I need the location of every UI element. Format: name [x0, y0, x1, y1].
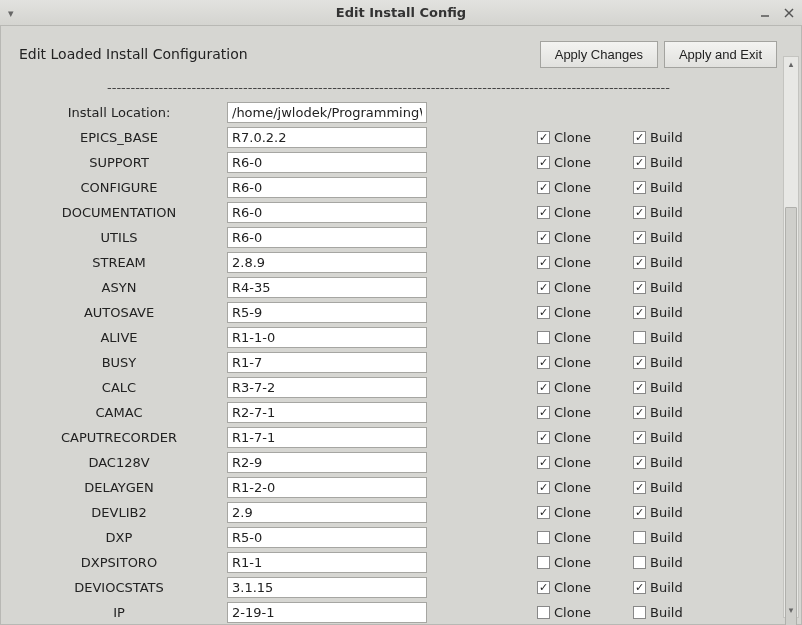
window-titlebar: ▾ Edit Install Config [0, 0, 802, 26]
clone-checkbox[interactable] [537, 331, 550, 344]
build-checkbox[interactable]: ✓ [633, 481, 646, 494]
build-label: Build [650, 480, 683, 495]
clone-checkbox[interactable]: ✓ [537, 306, 550, 319]
clone-checkbox[interactable] [537, 556, 550, 569]
config-value-input[interactable] [227, 377, 427, 398]
config-value-input[interactable] [227, 427, 427, 448]
clone-checkbox-wrap: ✓Clone [537, 230, 617, 245]
clone-checkbox[interactable] [537, 606, 550, 619]
build-checkbox[interactable]: ✓ [633, 231, 646, 244]
clone-checkbox-wrap: Clone [537, 530, 617, 545]
build-checkbox-wrap: Build [633, 530, 713, 545]
build-checkbox[interactable]: ✓ [633, 281, 646, 294]
config-row: UTILS✓Clone✓Build [17, 225, 777, 250]
build-checkbox[interactable]: ✓ [633, 381, 646, 394]
clone-checkbox[interactable]: ✓ [537, 481, 550, 494]
build-checkbox[interactable]: ✓ [633, 581, 646, 594]
build-label: Build [650, 580, 683, 595]
build-checkbox[interactable] [633, 606, 646, 619]
clone-checkbox[interactable]: ✓ [537, 206, 550, 219]
build-checkbox[interactable]: ✓ [633, 506, 646, 519]
config-value-input[interactable] [227, 602, 427, 623]
build-checkbox[interactable]: ✓ [633, 156, 646, 169]
config-row: CONFIGURE✓Clone✓Build [17, 175, 777, 200]
config-value-input[interactable] [227, 177, 427, 198]
build-checkbox[interactable]: ✓ [633, 206, 646, 219]
build-checkbox[interactable]: ✓ [633, 356, 646, 369]
config-row: SUPPORT✓Clone✓Build [17, 150, 777, 175]
build-checkbox[interactable]: ✓ [633, 431, 646, 444]
clone-checkbox[interactable] [537, 531, 550, 544]
build-checkbox[interactable]: ✓ [633, 456, 646, 469]
scrollbar-thumb[interactable] [785, 207, 797, 625]
config-value-input[interactable] [227, 252, 427, 273]
scrollbar-up-icon[interactable]: ▴ [784, 57, 798, 71]
clone-checkbox[interactable]: ✓ [537, 181, 550, 194]
apply-and-exit-button[interactable]: Apply and Exit [664, 41, 777, 68]
install-location-input[interactable] [227, 102, 427, 123]
header-label: Edit Loaded Install Configuration [17, 46, 540, 62]
build-checkbox[interactable]: ✓ [633, 131, 646, 144]
clone-label: Clone [554, 280, 591, 295]
build-checkbox[interactable]: ✓ [633, 256, 646, 269]
clone-checkbox[interactable]: ✓ [537, 406, 550, 419]
config-value-input[interactable] [227, 552, 427, 573]
clone-checkbox[interactable]: ✓ [537, 356, 550, 369]
build-checkbox-wrap: ✓Build [633, 405, 713, 420]
clone-checkbox-wrap: ✓Clone [537, 255, 617, 270]
clone-checkbox[interactable]: ✓ [537, 131, 550, 144]
clone-checkbox[interactable]: ✓ [537, 281, 550, 294]
clone-checkbox-wrap: ✓Clone [537, 305, 617, 320]
config-value-input[interactable] [227, 152, 427, 173]
build-checkbox[interactable] [633, 556, 646, 569]
build-checkbox[interactable] [633, 531, 646, 544]
client-area: Edit Loaded Install Configuration Apply … [0, 26, 802, 625]
clone-checkbox[interactable]: ✓ [537, 431, 550, 444]
clone-checkbox[interactable]: ✓ [537, 381, 550, 394]
window-menu-icon[interactable]: ▾ [8, 0, 14, 26]
config-value-input[interactable] [227, 452, 427, 473]
apply-changes-button[interactable]: Apply Changes [540, 41, 658, 68]
config-value-input[interactable] [227, 277, 427, 298]
clone-checkbox[interactable]: ✓ [537, 506, 550, 519]
clone-checkbox-wrap: ✓Clone [537, 180, 617, 195]
build-label: Build [650, 405, 683, 420]
config-value-input[interactable] [227, 202, 427, 223]
clone-checkbox-wrap: ✓Clone [537, 280, 617, 295]
config-value-input[interactable] [227, 327, 427, 348]
window-minimize-icon[interactable] [758, 6, 772, 20]
clone-checkbox[interactable]: ✓ [537, 456, 550, 469]
config-value-input[interactable] [227, 502, 427, 523]
config-value-input[interactable] [227, 227, 427, 248]
clone-checkbox-wrap: ✓Clone [537, 405, 617, 420]
clone-checkbox[interactable]: ✓ [537, 256, 550, 269]
config-value-input[interactable] [227, 577, 427, 598]
config-value-input[interactable] [227, 352, 427, 373]
build-checkbox[interactable] [633, 331, 646, 344]
config-value-input[interactable] [227, 127, 427, 148]
config-value-input[interactable] [227, 402, 427, 423]
build-checkbox-wrap: ✓Build [633, 255, 713, 270]
build-label: Build [650, 355, 683, 370]
clone-checkbox-wrap: Clone [537, 555, 617, 570]
config-value-input[interactable] [227, 302, 427, 323]
config-label: UTILS [17, 230, 227, 245]
clone-label: Clone [554, 480, 591, 495]
config-label: EPICS_BASE [17, 130, 227, 145]
clone-checkbox[interactable]: ✓ [537, 231, 550, 244]
build-label: Build [650, 555, 683, 570]
vertical-scrollbar[interactable]: ▴ ▾ [783, 56, 799, 618]
build-label: Build [650, 505, 683, 520]
config-value-input[interactable] [227, 527, 427, 548]
config-value-input[interactable] [227, 477, 427, 498]
window-close-icon[interactable] [782, 6, 796, 20]
build-checkbox[interactable]: ✓ [633, 406, 646, 419]
window-title: Edit Install Config [0, 5, 802, 20]
config-label: CAPUTRECORDER [17, 430, 227, 445]
build-checkbox[interactable]: ✓ [633, 306, 646, 319]
clone-checkbox[interactable]: ✓ [537, 156, 550, 169]
build-checkbox[interactable]: ✓ [633, 181, 646, 194]
clone-checkbox[interactable]: ✓ [537, 581, 550, 594]
scrollbar-down-icon[interactable]: ▾ [784, 603, 798, 617]
build-checkbox-wrap: ✓Build [633, 130, 713, 145]
